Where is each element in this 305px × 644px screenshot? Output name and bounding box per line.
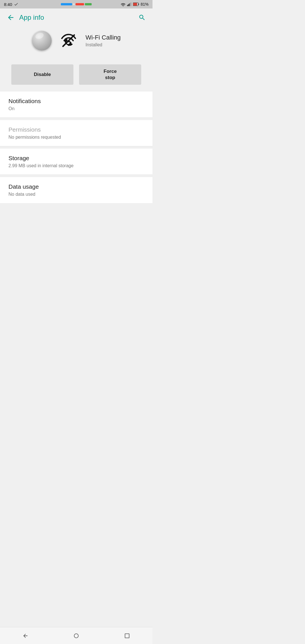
svg-rect-1 <box>128 4 129 6</box>
notifications-title: Notifications <box>8 98 144 105</box>
wifi-calling-icon <box>57 29 80 52</box>
divider-3 <box>0 175 152 177</box>
storage-section[interactable]: Storage 2.99 MB used in internal storage <box>0 149 152 175</box>
app-status: Installed <box>86 42 121 47</box>
app-bar: App info <box>0 8 152 27</box>
app-bar-title: App info <box>19 14 136 21</box>
battery-icon <box>133 2 139 6</box>
svg-rect-4 <box>131 2 132 6</box>
svg-rect-0 <box>127 5 128 6</box>
notifications-section[interactable]: Notifications On <box>0 92 152 118</box>
storage-subtitle: 2.99 MB used in internal storage <box>8 163 144 168</box>
content-card: Notifications On Permissions No permissi… <box>0 92 152 203</box>
notifications-subtitle: On <box>8 106 144 111</box>
signal-icon <box>127 2 132 6</box>
permissions-section[interactable]: Permissions No permissions requested <box>0 120 152 146</box>
data-usage-subtitle: No data used <box>8 192 144 197</box>
svg-rect-2 <box>129 3 130 6</box>
wifi-status-icon <box>121 2 126 6</box>
app-info-text: Wi-Fi Calling Installed <box>86 34 121 47</box>
app-icon-section: Wi-Fi Calling Installed <box>0 27 152 58</box>
buttons-section: Disable Force stop <box>0 58 152 92</box>
svg-rect-3 <box>130 3 131 6</box>
check-icon <box>14 2 18 6</box>
back-button[interactable] <box>5 11 17 24</box>
divider-2 <box>0 146 152 149</box>
battery-percentage: 81% <box>141 2 149 6</box>
app-name: Wi-Fi Calling <box>86 34 121 41</box>
permissions-subtitle: No permissions requested <box>8 135 144 140</box>
app-icon <box>32 31 52 51</box>
data-usage-section[interactable]: Data usage No data used <box>0 177 152 203</box>
progress-bars <box>61 3 92 5</box>
search-button[interactable] <box>136 12 148 23</box>
disable-button[interactable]: Disable <box>11 64 73 85</box>
svg-rect-8 <box>138 4 139 5</box>
force-stop-button[interactable]: Force stop <box>79 64 141 85</box>
svg-rect-7 <box>133 3 137 5</box>
divider-1 <box>0 118 152 120</box>
storage-title: Storage <box>8 155 144 162</box>
status-bar: 8:40 81% <box>0 0 152 8</box>
data-usage-title: Data usage <box>8 183 144 190</box>
permissions-title: Permissions <box>8 126 144 133</box>
status-time: 8:40 <box>4 2 12 7</box>
